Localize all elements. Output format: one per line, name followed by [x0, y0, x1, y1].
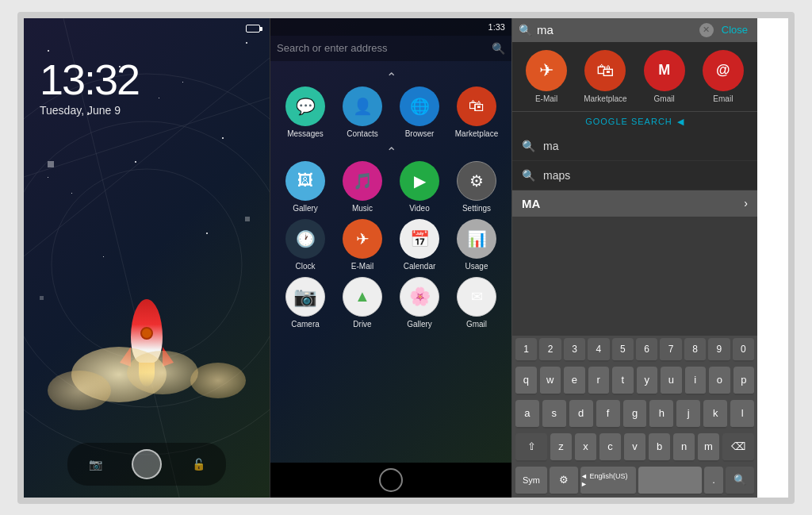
suggest-email[interactable]: ✈ E-Mail	[521, 50, 573, 103]
key-p[interactable]: p	[733, 367, 755, 395]
key-y[interactable]: y	[637, 367, 658, 395]
home-button[interactable]	[379, 468, 403, 492]
lock-screen-controls[interactable]: 📷 🔓	[67, 443, 226, 486]
search-bar[interactable]: Search or enter address 🔍	[270, 36, 511, 61]
period-key[interactable]: .	[704, 467, 723, 495]
dot2	[245, 217, 250, 221]
key-i[interactable]: i	[685, 367, 707, 395]
key-z[interactable]: z	[550, 433, 572, 462]
key-s[interactable]: s	[542, 400, 566, 429]
close-search-button[interactable]: Close	[718, 24, 751, 36]
suggest-email2[interactable]: @ Email	[697, 50, 749, 103]
shift-key[interactable]: ⇧	[515, 433, 547, 462]
app-camera[interactable]: 📷 Camera	[280, 277, 331, 329]
search-icon[interactable]: 🔍	[492, 42, 505, 55]
chevron-up-icon[interactable]: ⌃	[277, 70, 505, 85]
key-h[interactable]: h	[649, 400, 673, 429]
suggest-gmail-label: Gmail	[654, 94, 675, 103]
key-4[interactable]: 4	[588, 338, 609, 362]
search-placeholder[interactable]: Search or enter address	[277, 42, 485, 54]
key-1[interactable]: 1	[515, 338, 537, 362]
key-l[interactable]: l	[730, 400, 754, 429]
contacts-label: Contacts	[347, 129, 377, 138]
settings-key[interactable]: ⚙	[550, 467, 578, 495]
key-c[interactable]: c	[599, 433, 621, 462]
key-2[interactable]: 2	[539, 338, 561, 362]
app-suggestions: ✈ E-Mail 🛍 Marketplace M Gmail @ Email	[512, 42, 757, 111]
app-row-2: 🖼 Gallery 🎵 Music ▶ Video ⚙ Settings	[277, 161, 505, 213]
backspace-key[interactable]: ⌫	[722, 433, 754, 462]
app-messages[interactable]: 💬 Messages	[280, 86, 331, 138]
p3-search-bar[interactable]: 🔍 ma ✕ Close	[512, 18, 757, 42]
key-n[interactable]: n	[673, 433, 695, 462]
key-u[interactable]: u	[661, 367, 682, 395]
key-m[interactable]: m	[698, 433, 719, 462]
key-8[interactable]: 8	[684, 338, 706, 362]
unlock-button[interactable]	[132, 449, 162, 479]
sym-key[interactable]: Sym	[515, 467, 547, 495]
key-row-numbers: 1 2 3 4 5 6 7 8 9 0	[512, 336, 757, 364]
search-query-text[interactable]: ma	[537, 23, 695, 37]
app-marketplace[interactable]: 🛍 Marketplace	[451, 86, 503, 138]
app-drive[interactable]: ▲ Drive	[337, 277, 389, 329]
key-5[interactable]: 5	[612, 338, 634, 362]
app-email[interactable]: ✈ E-Mail	[337, 219, 389, 271]
key-9[interactable]: 9	[708, 338, 730, 362]
chevron-up-2-icon[interactable]: ⌃	[277, 144, 505, 159]
key-row-zxcv: ⇧ z x c v b n m ⌫	[512, 431, 757, 464]
key-q[interactable]: q	[515, 367, 537, 395]
key-b[interactable]: b	[649, 433, 670, 462]
app-music[interactable]: 🎵 Music	[337, 161, 389, 213]
gallery-label: Gallery	[293, 204, 318, 213]
key-7[interactable]: 7	[660, 338, 681, 362]
app-calendar[interactable]: 📅 Calendar	[394, 219, 446, 271]
key-v[interactable]: v	[624, 433, 645, 462]
key-j[interactable]: j	[676, 400, 700, 429]
drive-label: Drive	[353, 320, 371, 329]
key-f[interactable]: f	[596, 400, 620, 429]
key-r[interactable]: r	[588, 367, 610, 395]
key-g[interactable]: g	[623, 400, 647, 429]
key-d[interactable]: d	[569, 400, 593, 429]
suggest-gmail-icon: M	[644, 50, 685, 91]
suggest-gmail[interactable]: M Gmail	[638, 50, 690, 103]
app-browser[interactable]: 🌐 Browser	[394, 86, 446, 138]
key-x[interactable]: x	[575, 433, 596, 462]
language-key[interactable]: ◄ English(US) ►	[580, 467, 636, 495]
key-a[interactable]: a	[515, 400, 539, 429]
key-t[interactable]: t	[612, 367, 634, 395]
app-gallery2[interactable]: 🌸 Gallery	[394, 277, 446, 329]
key-e[interactable]: e	[564, 367, 585, 395]
space-key[interactable]	[638, 467, 702, 495]
suggestion-text-2: maps	[543, 169, 570, 182]
suggest-email-icon: ✈	[526, 50, 567, 91]
app-settings[interactable]: ⚙ Settings	[451, 161, 503, 213]
key-k[interactable]: k	[703, 400, 727, 429]
camera-control[interactable]: 📷	[83, 452, 107, 476]
key-w[interactable]: w	[540, 367, 561, 395]
autocomplete-bar[interactable]: MA ›	[512, 190, 757, 217]
suggestion-maps[interactable]: 🔍 maps	[512, 161, 757, 190]
app-clock[interactable]: 🕐 Clock	[280, 219, 331, 271]
marketplace-icon: 🛍	[457, 86, 496, 126]
suggestion-ma[interactable]: 🔍 ma	[512, 132, 757, 161]
search-key[interactable]: 🔍	[726, 467, 754, 495]
clear-button[interactable]: ✕	[699, 23, 714, 37]
key-0[interactable]: 0	[733, 338, 754, 362]
suggest-marketplace[interactable]: 🛍 Marketplace	[580, 50, 631, 103]
app-gmail[interactable]: ✉ Gmail	[451, 277, 503, 329]
key-6[interactable]: 6	[636, 338, 657, 362]
dot3	[40, 296, 44, 300]
app-usage[interactable]: 📊 Usage	[451, 219, 503, 271]
lock-control[interactable]: 🔓	[186, 452, 210, 476]
app-gallery[interactable]: 🖼 Gallery	[280, 161, 331, 213]
gmail-label: Gmail	[466, 320, 487, 329]
key-o[interactable]: o	[709, 367, 730, 395]
google-search-divider: GOOGLE SEARCH ◀	[512, 111, 757, 132]
app-contacts[interactable]: 👤 Contacts	[337, 86, 389, 138]
browser-icon: 🌐	[400, 86, 439, 126]
music-icon: 🎵	[343, 161, 382, 201]
key-3[interactable]: 3	[564, 338, 585, 362]
app-video[interactable]: ▶ Video	[394, 161, 446, 213]
lock-screen-panel: 13:32 Tuesday, June 9 📷 🔓	[24, 18, 270, 498]
